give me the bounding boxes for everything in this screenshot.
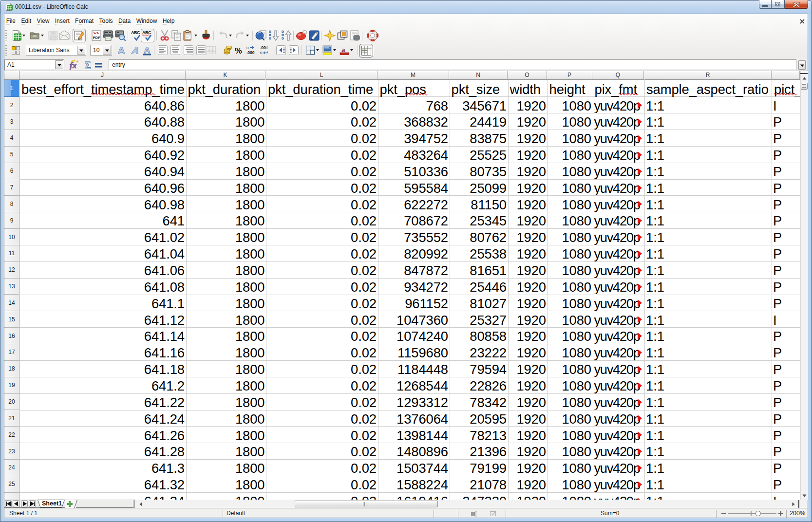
svg-text:.00: .00 bbox=[260, 45, 266, 50]
svg-text:A: A bbox=[144, 46, 150, 55]
svg-text:0: 0 bbox=[246, 46, 249, 50]
svg-text:ABC: ABC bbox=[131, 30, 140, 35]
svg-text:a: a bbox=[341, 46, 345, 54]
svg-text:PDF: PDF bbox=[93, 36, 100, 40]
svg-text:Σ: Σ bbox=[85, 60, 91, 70]
svg-text:.000: .000 bbox=[246, 50, 255, 55]
svg-text:A: A bbox=[131, 45, 140, 56]
svg-text:ABC: ABC bbox=[142, 30, 151, 35]
svg-text:0: 0 bbox=[260, 51, 263, 55]
svg-text:fx: fx bbox=[70, 61, 77, 70]
svg-text:0: 0 bbox=[266, 45, 268, 50]
svg-text:A: A bbox=[118, 45, 125, 56]
